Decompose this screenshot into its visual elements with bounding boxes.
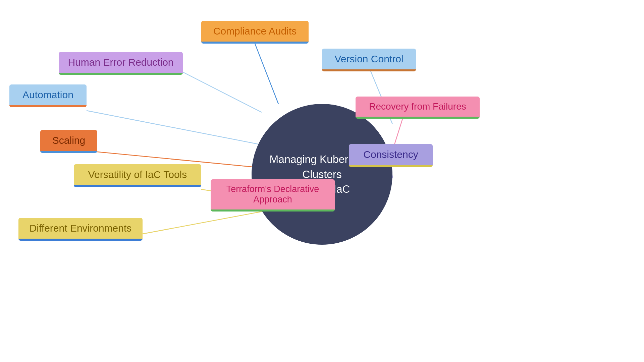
consistency-box: Consistency (349, 144, 433, 167)
svg-line-0 (255, 44, 278, 104)
automation-box: Automation (9, 84, 87, 107)
terraform-box: Terraform's Declarative Approach (211, 179, 335, 212)
versatility-box: Versatility of IaC Tools (74, 164, 201, 187)
scaling-box: Scaling (40, 130, 97, 153)
svg-line-9 (121, 208, 282, 238)
center-node: Managing Kubernetes Clusters through IaC (252, 104, 392, 245)
human-error-reduction-box: Human Error Reduction (59, 52, 183, 75)
different-environments-box: Different Environments (18, 218, 143, 241)
version-control-box: Version Control (322, 49, 416, 71)
compliance-audits-box: Compliance Audits (201, 21, 309, 44)
mind-map-canvas: Managing Kubernetes Clusters through IaC… (0, 0, 644, 362)
svg-line-3 (87, 111, 258, 144)
recovery-from-failures-box: Recovery from Failures (356, 97, 480, 119)
svg-line-1 (183, 72, 262, 112)
